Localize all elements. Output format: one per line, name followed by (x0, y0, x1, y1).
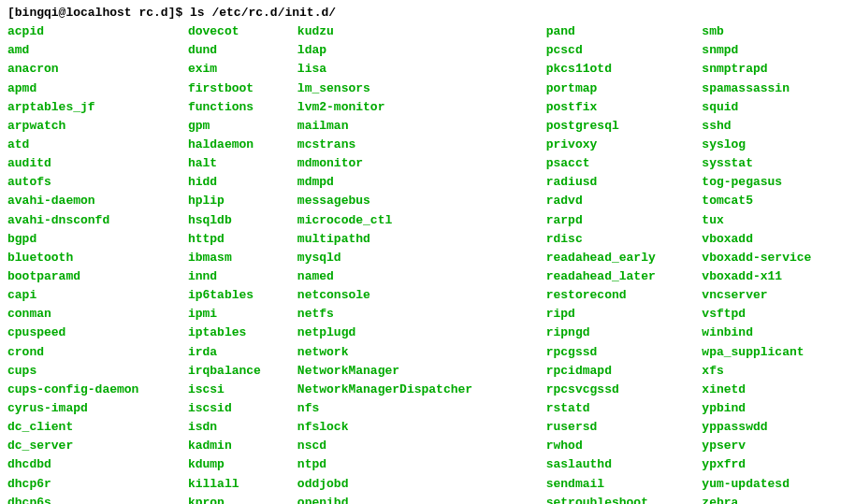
file-entry: nscd (297, 437, 539, 455)
file-entry: rusersd (546, 418, 695, 437)
file-entry: tux (702, 211, 848, 230)
file-entry: iscsid (188, 399, 290, 418)
file-entry: netfs (297, 305, 539, 324)
file-entry: yum-updatesd (702, 475, 848, 494)
file-entry: gpm (188, 117, 290, 136)
file-entry: hsqldb (188, 211, 290, 230)
file-entry: anacron (7, 60, 181, 79)
file-entry: rarpd (546, 211, 695, 230)
file-entry: irqbalance (188, 362, 290, 381)
file-entry: tomcat5 (702, 192, 848, 210)
file-entry: rwhod (546, 437, 695, 455)
file-entry: cyrus-imapd (7, 399, 181, 418)
file-entry: dhcp6s (7, 494, 181, 504)
file-entry: auditd (7, 154, 181, 173)
file-entry: mailman (297, 117, 539, 136)
file-entry: kudzu (297, 22, 539, 41)
file-entry: NetworkManagerDispatcher (297, 381, 539, 399)
file-entry: rdisc (546, 230, 695, 249)
file-entry: saslauthd (546, 455, 695, 474)
file-entry: dc_client (7, 418, 181, 437)
file-entry: pand (546, 22, 695, 41)
file-entry: ypserv (702, 437, 848, 455)
file-entry: vncserver (702, 286, 848, 305)
file-entry: atd (7, 136, 181, 154)
file-entry: ripngd (546, 324, 695, 342)
file-entry: httpd (188, 230, 290, 249)
file-entry: kdump (188, 455, 290, 474)
file-entry: iptables (188, 324, 290, 342)
file-entry: bgpd (7, 230, 181, 249)
output-column-1: dovecotdundeximfirstbootfunctionsgpmhald… (188, 22, 290, 504)
file-entry: bluetooth (7, 249, 181, 267)
file-entry: cups (7, 362, 181, 381)
file-entry: hidd (188, 173, 290, 192)
file-entry: rstatd (546, 399, 695, 418)
file-entry: arpwatch (7, 117, 181, 136)
file-entry: dovecot (188, 22, 290, 41)
file-entry: oddjobd (297, 475, 539, 494)
file-entry: apmd (7, 79, 181, 98)
file-entry: postfix (546, 98, 695, 117)
file-entry: conman (7, 305, 181, 324)
file-entry: postgresql (546, 117, 695, 136)
file-entry: iscsi (188, 381, 290, 399)
file-entry: portmap (546, 79, 695, 98)
file-entry: ntpd (297, 455, 539, 474)
file-entry: dc_server (7, 437, 181, 455)
file-entry: xinetd (702, 381, 848, 399)
output-column-2: kudzuldaplisalm_sensorslvm2-monitormailm… (297, 22, 539, 504)
file-entry: ypxfrd (702, 455, 848, 474)
output-column-4: smbsnmpdsnmptrapdspamassassinsquidsshdsy… (702, 22, 848, 504)
file-entry: autofs (7, 173, 181, 192)
file-entry: syslog (702, 136, 848, 154)
file-entry: vboxadd-service (702, 249, 848, 267)
file-entry: rpcsvcgssd (546, 381, 695, 399)
file-entry: privoxy (546, 136, 695, 154)
file-entry: dhcp6r (7, 475, 181, 494)
file-entry: killall (188, 475, 290, 494)
file-entry: mcstrans (297, 136, 539, 154)
file-entry: smb (702, 22, 848, 41)
file-entry: radvd (546, 192, 695, 210)
file-entry: kadmin (188, 437, 290, 455)
file-entry: nfs (297, 399, 539, 418)
file-entry: ldap (297, 41, 539, 60)
file-entry: mysqld (297, 249, 539, 267)
file-entry: multipathd (297, 230, 539, 249)
file-entry: squid (702, 98, 848, 117)
file-entry: functions (188, 98, 290, 117)
file-entry: spamassassin (702, 79, 848, 98)
file-entry: mdmpd (297, 173, 539, 192)
file-entry: NetworkManager (297, 362, 539, 381)
file-entry: firstboot (188, 79, 290, 98)
file-entry: haldaemon (188, 136, 290, 154)
file-entry: lvm2-monitor (297, 98, 539, 117)
file-entry: sendmail (546, 475, 695, 494)
file-entry: hplip (188, 192, 290, 210)
file-entry: rpcgssd (546, 343, 695, 362)
file-entry: arptables_jf (7, 98, 181, 117)
file-entry: ibmasm (188, 249, 290, 267)
file-entry: ipmi (188, 305, 290, 324)
ls-output: acpidamdanacronapmdarptables_jfarpwatcha… (7, 22, 848, 504)
file-entry: lisa (297, 60, 539, 79)
file-entry: yppasswdd (702, 418, 848, 437)
file-entry: pkcs11otd (546, 60, 695, 79)
file-entry: snmpd (702, 41, 848, 60)
file-entry: ypbind (702, 399, 848, 418)
file-entry: openibd (297, 494, 539, 504)
file-entry: ripd (546, 305, 695, 324)
file-entry: wpa_supplicant (702, 343, 848, 362)
file-entry: readahead_later (546, 267, 695, 286)
file-entry: microcode_ctl (297, 211, 539, 230)
file-entry: mdmonitor (297, 154, 539, 173)
file-entry: halt (188, 154, 290, 173)
file-entry: bootparamd (7, 267, 181, 286)
file-entry: snmptrapd (702, 60, 848, 79)
file-entry: ip6tables (188, 286, 290, 305)
file-entry: acpid (7, 22, 181, 41)
file-entry: amd (7, 41, 181, 60)
file-entry: dund (188, 41, 290, 60)
file-entry: dhcdbd (7, 455, 181, 474)
